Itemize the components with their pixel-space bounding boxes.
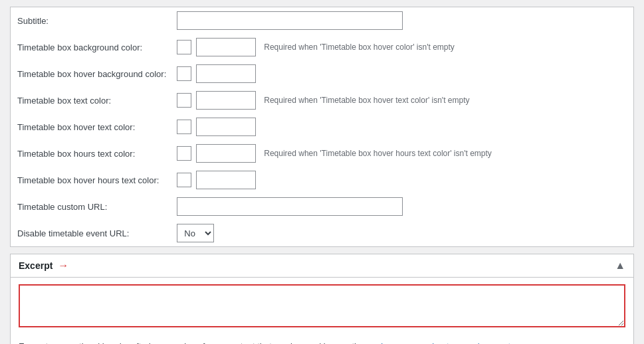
table-row: Timetable box text color: Required when … xyxy=(11,87,633,114)
hover-bg-color-label: Timetable box hover background color: xyxy=(17,69,166,79)
page-wrapper: Subtitle: Timetable box background color… xyxy=(0,0,644,344)
text-color-swatch[interactable] xyxy=(177,93,191,108)
hours-text-color-input[interactable] xyxy=(196,144,256,163)
subtitle-label: Subtitle: xyxy=(17,16,49,26)
hover-text-color-swatch[interactable] xyxy=(177,120,191,134)
hours-text-color-hint: Required when 'Timetable box hover hours… xyxy=(264,149,492,158)
color-row xyxy=(177,118,627,136)
bg-color-input[interactable] xyxy=(196,38,256,56)
hover-bg-color-input[interactable] xyxy=(196,64,256,83)
custom-url-label: Timetable custom URL: xyxy=(17,202,107,212)
hover-hours-text-color-input[interactable] xyxy=(196,171,256,189)
excerpt-header[interactable]: Excerpt ← ▲ xyxy=(11,254,633,278)
hover-text-color-input[interactable] xyxy=(196,118,256,136)
excerpt-footer: Excerpts are optional hand-crafted summa… xyxy=(11,336,633,344)
table-row: Timetable box background color: Required… xyxy=(11,34,633,60)
arrow-left-icon: ← xyxy=(58,260,68,272)
hover-hours-text-color-swatch[interactable] xyxy=(177,173,191,187)
color-row: Required when 'Timetable box hover hours… xyxy=(177,144,627,163)
color-row: Required when 'Timetable box hover color… xyxy=(177,38,627,56)
bg-color-swatch[interactable] xyxy=(177,40,191,54)
excerpt-footer-text: Excerpts are optional hand-crafted summa… xyxy=(19,341,378,344)
text-color-label: Timetable box text color: xyxy=(17,96,111,106)
color-row xyxy=(177,171,627,189)
hover-text-color-label: Timetable box hover text color: xyxy=(17,122,135,132)
disable-url-select[interactable]: No Yes xyxy=(177,224,214,242)
subtitle-input[interactable] xyxy=(177,11,403,30)
text-color-input[interactable] xyxy=(196,91,256,110)
excerpt-textarea[interactable] xyxy=(19,284,625,327)
table-row: Subtitle: xyxy=(11,7,633,34)
collapse-icon[interactable]: ▲ xyxy=(615,260,625,272)
excerpt-footer-period: . xyxy=(515,341,518,344)
text-color-hint: Required when 'Timetable box hover text … xyxy=(264,96,469,105)
excerpt-header-left: Excerpt ← xyxy=(19,260,68,272)
timetable-meta-box: Subtitle: Timetable box background color… xyxy=(10,7,634,247)
table-row: Timetable custom URL: xyxy=(11,193,633,220)
bg-color-hint: Required when 'Timetable box hover color… xyxy=(264,43,455,52)
hover-bg-color-swatch[interactable] xyxy=(177,66,191,81)
color-row xyxy=(177,64,627,83)
excerpt-title: Excerpt xyxy=(19,260,53,271)
table-row: Timetable box hover hours text color: xyxy=(11,167,633,193)
hours-text-color-swatch[interactable] xyxy=(177,146,191,161)
table-row: Timetable box hover background color: xyxy=(11,60,633,87)
table-row: Disable timetable event URL: No Yes xyxy=(11,220,633,246)
hours-text-color-label: Timetable box hours text color: xyxy=(17,149,135,159)
custom-url-input[interactable] xyxy=(177,197,403,216)
hover-hours-text-color-label: Timetable box hover hours text color: xyxy=(17,175,159,185)
disable-url-label: Disable timetable event URL: xyxy=(17,228,129,238)
bg-color-label: Timetable box background color: xyxy=(17,43,142,52)
table-row: Timetable box hover text color: xyxy=(11,114,633,140)
color-row: Required when 'Timetable box hover text … xyxy=(177,91,627,110)
excerpt-meta-box: Excerpt ← ▲ Excerpts are optional hand-c… xyxy=(10,254,634,344)
timetable-form-table: Subtitle: Timetable box background color… xyxy=(11,7,633,246)
excerpt-body xyxy=(11,278,633,336)
excerpt-learn-more-link[interactable]: Learn more about manual excerpts xyxy=(381,341,515,344)
table-row: Timetable box hours text color: Required… xyxy=(11,140,633,167)
